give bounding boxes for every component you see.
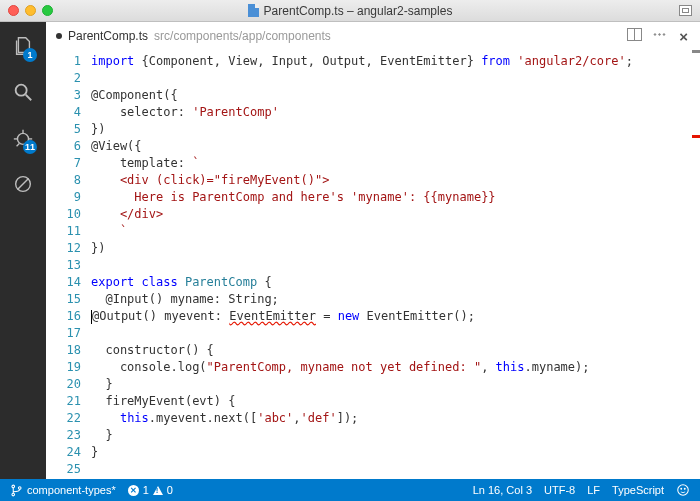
more-actions-button[interactable] <box>652 28 667 44</box>
svg-line-6 <box>17 144 20 147</box>
svg-point-16 <box>12 493 15 496</box>
window-titlebar: ParentComp.ts – angular2-samples <box>0 0 700 22</box>
svg-point-17 <box>18 486 21 489</box>
debug-badge: 11 <box>23 140 37 154</box>
activity-bar: 1 11 <box>0 22 46 479</box>
error-icon: ✕ <box>128 485 139 496</box>
split-editor-button[interactable] <box>627 28 642 44</box>
search-activity[interactable] <box>9 78 37 106</box>
title-filename: ParentComp.ts <box>264 4 344 18</box>
debug-activity[interactable]: 11 <box>9 124 37 152</box>
window-title: ParentComp.ts – angular2-samples <box>0 4 700 18</box>
editor-group: ParentComp.ts src/components/app/compone… <box>46 22 700 479</box>
file-icon <box>248 4 259 17</box>
tab-path: src/components/app/components <box>154 29 331 43</box>
search-icon <box>12 81 34 103</box>
split-icon <box>627 28 642 41</box>
svg-line-9 <box>18 179 29 190</box>
git-branch-icon <box>10 484 23 497</box>
language-status[interactable]: TypeScript <box>612 484 664 496</box>
problems-status[interactable]: ✕ 1 0 <box>128 484 173 496</box>
svg-point-0 <box>16 85 27 96</box>
title-project: angular2-samples <box>357 4 452 18</box>
eol-status[interactable]: LF <box>587 484 600 496</box>
cursor-position-status[interactable]: Ln 16, Col 3 <box>473 484 532 496</box>
explorer-badge: 1 <box>23 48 37 62</box>
fullscreen-icon[interactable] <box>679 5 692 16</box>
explorer-activity[interactable]: 1 <box>9 32 37 60</box>
svg-point-18 <box>678 485 689 496</box>
svg-point-19 <box>681 488 682 489</box>
app-body: 1 11 ParentComp.ts src/components/app/co… <box>0 22 700 479</box>
status-bar: component-types* ✕ 1 0 Ln 16, Col 3 UTF-… <box>0 479 700 501</box>
overview-ruler-top <box>692 50 700 53</box>
no-icon <box>12 173 34 195</box>
extensions-activity[interactable] <box>9 170 37 198</box>
svg-point-12 <box>654 34 656 36</box>
svg-line-1 <box>26 95 32 101</box>
zoom-window-button[interactable] <box>42 5 53 16</box>
git-branch-status[interactable]: component-types* <box>10 484 116 497</box>
traffic-lights <box>8 5 53 16</box>
svg-point-15 <box>12 485 15 488</box>
svg-point-13 <box>659 34 661 36</box>
feedback-button[interactable] <box>676 483 690 497</box>
smiley-icon <box>676 483 690 497</box>
close-window-button[interactable] <box>8 5 19 16</box>
svg-point-14 <box>663 34 665 36</box>
minimize-window-button[interactable] <box>25 5 36 16</box>
line-gutter: 1234567891011121314151617181920212223242… <box>46 50 91 479</box>
encoding-status[interactable]: UTF-8 <box>544 484 575 496</box>
warning-icon <box>153 486 163 495</box>
close-tab-button[interactable]: × <box>677 28 690 45</box>
overview-ruler-error <box>692 135 700 138</box>
editor-tabs: ParentComp.ts src/components/app/compone… <box>46 22 700 50</box>
ellipsis-icon <box>652 28 667 41</box>
tab-filename[interactable]: ParentComp.ts <box>68 29 148 43</box>
code-content[interactable]: import {Component, View, Input, Output, … <box>91 50 700 479</box>
svg-point-20 <box>684 488 685 489</box>
dirty-indicator-icon <box>56 33 62 39</box>
code-editor[interactable]: 1234567891011121314151617181920212223242… <box>46 50 700 479</box>
